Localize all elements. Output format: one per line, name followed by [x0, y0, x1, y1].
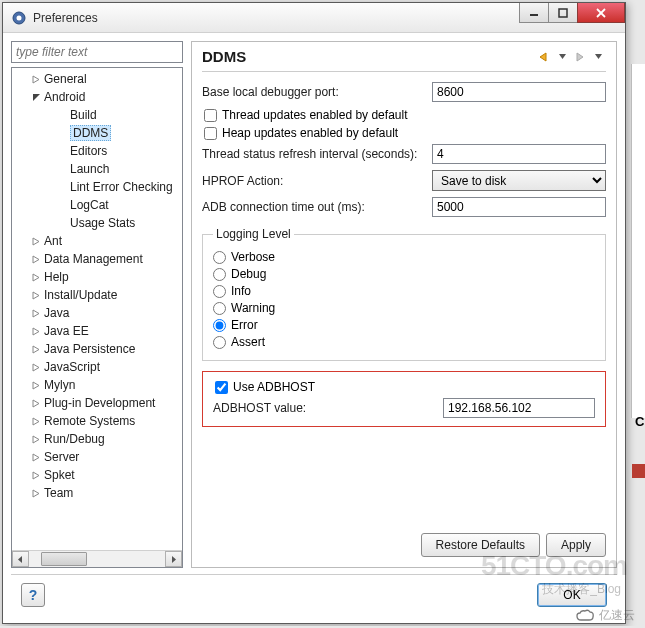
tree-item-install-update[interactable]: Install/Update [12, 286, 182, 304]
logging-radio-info[interactable] [213, 285, 226, 298]
scroll-track[interactable] [29, 551, 165, 567]
svg-marker-12 [33, 310, 39, 317]
thread-updates-row: Thread updates enabled by default [202, 108, 606, 122]
tree-item-help[interactable]: Help [12, 268, 182, 286]
expand-icon[interactable] [30, 73, 42, 85]
tree-item-run-debug[interactable]: Run/Debug [12, 430, 182, 448]
expand-icon[interactable] [30, 487, 42, 499]
tree-item-label: LogCat [70, 198, 109, 212]
tree-item-general[interactable]: General [12, 70, 182, 88]
close-button[interactable] [577, 3, 625, 23]
expand-icon[interactable] [30, 289, 42, 301]
adbhost-value-label: ADBHOST value: [213, 401, 443, 415]
thread-updates-label: Thread updates enabled by default [222, 108, 407, 122]
maximize-button[interactable] [548, 3, 578, 23]
tree-item-server[interactable]: Server [12, 448, 182, 466]
heap-updates-checkbox[interactable] [204, 127, 217, 140]
expand-icon[interactable] [30, 397, 42, 409]
expand-icon[interactable] [30, 235, 42, 247]
tree-item-data-management[interactable]: Data Management [12, 250, 182, 268]
tree-item-ant[interactable]: Ant [12, 232, 182, 250]
use-adbhost-label: Use ADBHOST [233, 380, 315, 394]
help-button[interactable]: ? [21, 583, 45, 607]
logging-radio-debug[interactable] [213, 268, 226, 281]
thread-updates-checkbox[interactable] [204, 109, 217, 122]
logging-radio-assert[interactable] [213, 336, 226, 349]
back-menu-icon[interactable] [554, 49, 570, 65]
expand-icon[interactable] [30, 433, 42, 445]
tree-item-java-ee[interactable]: Java EE [12, 322, 182, 340]
tree-item-plug-in-development[interactable]: Plug-in Development [12, 394, 182, 412]
logging-radio-label: Debug [231, 267, 266, 281]
tree-item-editors[interactable]: Editors [12, 142, 182, 160]
tree-item-usage-stats[interactable]: Usage Stats [12, 214, 182, 232]
expand-icon[interactable] [30, 469, 42, 481]
adbhost-value-input[interactable] [443, 398, 595, 418]
tree-item-lint-error-checking[interactable]: Lint Error Checking [12, 178, 182, 196]
svg-marker-23 [18, 556, 22, 563]
expand-icon[interactable] [30, 271, 42, 283]
hprof-select[interactable]: Save to disk [432, 170, 606, 191]
expand-icon[interactable] [30, 361, 42, 373]
left-pane: GeneralAndroidBuildDDMSEditorsLaunchLint… [11, 41, 183, 568]
minimize-button[interactable] [519, 3, 549, 23]
expand-icon[interactable] [30, 451, 42, 463]
adb-timeout-input[interactable] [432, 197, 606, 217]
svg-marker-10 [33, 274, 39, 281]
dialog-footer: ? OK [11, 574, 617, 615]
tree-item-label: DDMS [70, 125, 111, 141]
ok-button[interactable]: OK [537, 583, 607, 607]
tree-item-logcat[interactable]: LogCat [12, 196, 182, 214]
logging-radio-label: Info [231, 284, 251, 298]
expand-icon[interactable] [30, 415, 42, 427]
tree-item-label: Lint Error Checking [70, 180, 173, 194]
forward-icon[interactable] [572, 49, 588, 65]
logging-level-group: Logging Level VerboseDebugInfoWarningErr… [202, 227, 606, 361]
tree-item-ddms[interactable]: DDMS [12, 124, 182, 142]
forward-menu-icon[interactable] [590, 49, 606, 65]
scroll-right-arrow[interactable] [165, 551, 182, 567]
logging-radio-error[interactable] [213, 319, 226, 332]
tree-item-label: Editors [70, 144, 107, 158]
tree-item-java-persistence[interactable]: Java Persistence [12, 340, 182, 358]
tree-item-remote-systems[interactable]: Remote Systems [12, 412, 182, 430]
tree-item-label: Remote Systems [44, 414, 135, 428]
expand-icon[interactable] [30, 343, 42, 355]
apply-button[interactable]: Apply [546, 533, 606, 557]
logging-radio-warning[interactable] [213, 302, 226, 315]
restore-defaults-button[interactable]: Restore Defaults [421, 533, 540, 557]
expand-icon[interactable] [30, 307, 42, 319]
svg-marker-6 [33, 76, 39, 83]
expand-icon[interactable] [30, 325, 42, 337]
preferences-tree[interactable]: GeneralAndroidBuildDDMSEditorsLaunchLint… [12, 68, 182, 550]
tree-item-javascript[interactable]: JavaScript [12, 358, 182, 376]
base-port-input[interactable] [432, 82, 606, 102]
preferences-window: Preferences GeneralAndroidBuildDDMSEdito… [2, 2, 626, 624]
page-nav-icons [536, 49, 606, 65]
tree-item-label: Android [44, 90, 85, 104]
tree-hscrollbar[interactable] [12, 550, 182, 567]
tree-item-build[interactable]: Build [12, 106, 182, 124]
tree-item-spket[interactable]: Spket [12, 466, 182, 484]
filter-input[interactable] [11, 41, 183, 63]
no-twisty [56, 127, 68, 139]
expand-icon[interactable] [30, 379, 42, 391]
tree-item-android[interactable]: Android [12, 88, 182, 106]
scroll-thumb[interactable] [41, 552, 87, 566]
page-title: DDMS [202, 48, 536, 65]
tree-item-label: Java Persistence [44, 342, 135, 356]
refresh-input[interactable] [432, 144, 606, 164]
tree-item-java[interactable]: Java [12, 304, 182, 322]
tree-item-team[interactable]: Team [12, 484, 182, 502]
titlebar[interactable]: Preferences [3, 3, 625, 33]
logging-radio-verbose[interactable] [213, 251, 226, 264]
expand-icon[interactable] [30, 253, 42, 265]
tree-item-mylyn[interactable]: Mylyn [12, 376, 182, 394]
use-adbhost-checkbox[interactable] [215, 381, 228, 394]
back-icon[interactable] [536, 49, 552, 65]
scroll-left-arrow[interactable] [12, 551, 29, 567]
tree-item-launch[interactable]: Launch [12, 160, 182, 178]
collapse-icon[interactable] [30, 91, 42, 103]
hprof-row: HPROF Action: Save to disk [202, 170, 606, 191]
tree-item-label: Java [44, 306, 69, 320]
